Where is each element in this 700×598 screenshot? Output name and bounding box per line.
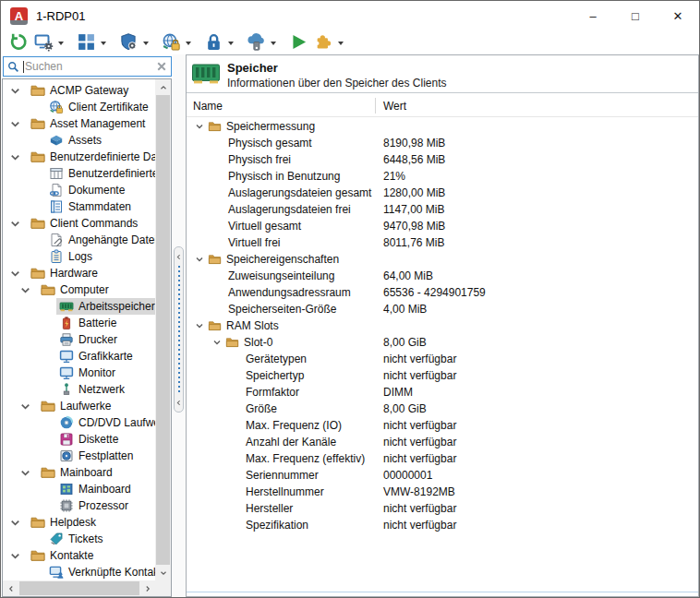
- sidebar-item-verkn-pfte-kontakte[interactable]: Verknüpfte Kontakte: [3, 564, 155, 580]
- column-divider[interactable]: [375, 98, 376, 114]
- table-row[interactable]: Virtuell gesamt9470,98 MiB: [187, 218, 697, 234]
- tree-node[interactable]: Batterie: [56, 315, 119, 331]
- sidebar-item-kontakte[interactable]: Kontakte: [3, 547, 155, 564]
- tree-node[interactable]: Hardware: [28, 265, 101, 281]
- column-header-wert[interactable]: Wert: [383, 100, 406, 113]
- dropdown-caret-icon[interactable]: [186, 42, 191, 45]
- sidebar-item-benutzerdefinierte-daten[interactable]: Benutzerdefinierte Daten: [3, 149, 155, 165]
- table-row[interactable]: Max. Frequenz (IO)nicht verfügbar: [187, 417, 697, 434]
- tree-node[interactable]: Logs: [46, 248, 95, 265]
- sidebar-item-client-commands[interactable]: Client Commands: [3, 215, 155, 232]
- sidebar-item-angeh-ngte-dateien[interactable]: Angehängte Dateien: [3, 232, 155, 248]
- tree-node[interactable]: Angehängte Dateien: [46, 232, 155, 248]
- chevron-down-icon[interactable]: [8, 84, 22, 98]
- remote-install-button[interactable]: [247, 32, 284, 52]
- tree-node[interactable]: Client Zertifikate: [46, 99, 151, 115]
- sidebar-item-monitor[interactable]: Monitor: [3, 365, 155, 381]
- chevron-down-icon[interactable]: [18, 400, 32, 413]
- tree-node[interactable]: Kontakte: [28, 547, 96, 564]
- sidebar-item-mainboard[interactable]: Mainboard: [3, 481, 155, 497]
- sidebar-item-client-zertifikate[interactable]: Client Zertifikate: [3, 99, 155, 115]
- search-input[interactable]: [24, 60, 156, 73]
- sidebar-item-netzwerk[interactable]: Netzwerk: [3, 381, 155, 398]
- dropdown-caret-icon[interactable]: [58, 42, 64, 45]
- table-row[interactable]: Physisch frei6448,56 MiB: [187, 151, 697, 168]
- table-row[interactable]: Größe8,00 GiB: [187, 401, 697, 417]
- tree-node[interactable]: Asset Management: [28, 115, 148, 132]
- sidebar-item-laufwerke[interactable]: Laufwerke: [3, 398, 155, 414]
- sidebar-item-hardware[interactable]: Hardware: [3, 265, 155, 281]
- table-row[interactable]: Speicherseiten-Größe4,00 MiB: [187, 301, 697, 317]
- sidebar-item-helpdesk[interactable]: Helpdesk: [3, 514, 155, 531]
- lock-button[interactable]: [204, 32, 241, 52]
- dropdown-caret-icon[interactable]: [271, 42, 276, 45]
- table-row[interactable]: Max. Frequenz (effektiv)nicht verfügbar: [187, 450, 697, 467]
- table-row[interactable]: Gerätetypennicht verfügbar: [187, 351, 697, 367]
- tree-node[interactable]: Festplatten: [56, 448, 136, 464]
- tree-node[interactable]: Benutzerdefinierte Daten: [28, 149, 155, 165]
- tree-node[interactable]: Assets: [46, 132, 104, 149]
- sidebar-item-mainboard[interactable]: Mainboard: [3, 464, 155, 481]
- tree-node[interactable]: Computer: [38, 281, 112, 298]
- dropdown-caret-icon[interactable]: [143, 42, 149, 45]
- tree-node[interactable]: ACMP Gateway: [28, 82, 131, 99]
- table-row[interactable]: Speichereigenschaften: [187, 251, 697, 268]
- table-row[interactable]: RAM Slots: [187, 317, 697, 334]
- sidebar-item-acmp-gateway[interactable]: ACMP Gateway: [3, 82, 155, 99]
- sidebar-item-stammdaten[interactable]: Stammdaten: [3, 198, 155, 215]
- chevron-down-icon[interactable]: [211, 337, 223, 348]
- column-header-name[interactable]: Name: [193, 100, 223, 113]
- table-row[interactable]: Physisch gesamt8190,98 MiB: [187, 135, 697, 151]
- sidebar-item-benutzerdefinierte-felder[interactable]: Benutzerdefinierte Felder: [3, 165, 155, 182]
- table-row[interactable]: Slot-08,00 GiB: [187, 334, 697, 351]
- dropdown-caret-icon[interactable]: [338, 42, 344, 45]
- collapse-left-arrow-icon[interactable]: [175, 251, 183, 262]
- table-row[interactable]: HerstellnummerVMW-8192MB: [187, 484, 697, 500]
- chevron-down-icon[interactable]: [8, 117, 22, 131]
- sidebar-item-logs[interactable]: Logs: [3, 248, 155, 265]
- scroll-right-arrow-icon[interactable]: [139, 580, 155, 596]
- sidebar-item-batterie[interactable]: Batterie: [3, 315, 155, 331]
- collapse-left-arrow-icon[interactable]: [175, 397, 183, 408]
- chevron-down-icon[interactable]: [8, 516, 22, 530]
- maximize-button[interactable]: □: [614, 1, 657, 30]
- chevron-down-icon[interactable]: [18, 466, 32, 480]
- scroll-down-arrow-icon[interactable]: [155, 565, 171, 580]
- scroll-up-arrow-icon[interactable]: [155, 79, 171, 95]
- sidebar-item-prozessor[interactable]: Prozessor: [3, 497, 155, 514]
- dropdown-caret-icon[interactable]: [228, 42, 234, 45]
- tree-node[interactable]: Benutzerdefinierte Felder: [46, 165, 155, 182]
- table-row[interactable]: Spezifikationnicht verfügbar: [187, 517, 697, 533]
- run-button[interactable]: [289, 32, 308, 52]
- sidebar-item-assets[interactable]: Assets: [3, 132, 155, 149]
- minimize-button[interactable]: –: [572, 1, 614, 30]
- tree-node[interactable]: Stammdaten: [46, 198, 134, 215]
- horizontal-scroll-thumb[interactable]: [19, 581, 139, 595]
- tree-vertical-scrollbar[interactable]: [155, 79, 171, 580]
- dropdown-caret-icon[interactable]: [101, 42, 106, 45]
- sidebar-item-computer[interactable]: Computer: [3, 281, 155, 298]
- chevron-down-icon[interactable]: [8, 549, 22, 563]
- tree-node[interactable]: Grafikkarte: [56, 348, 136, 365]
- chevron-down-icon[interactable]: [8, 217, 22, 231]
- chevron-down-icon[interactable]: [194, 121, 205, 132]
- scroll-left-arrow-icon[interactable]: [3, 580, 18, 596]
- tree-node[interactable]: Mainboard: [56, 481, 134, 497]
- table-row[interactable]: Physisch in Benutzung21%: [187, 168, 697, 185]
- sidebar-item-diskette[interactable]: Diskette: [3, 431, 155, 448]
- tree-node[interactable]: Tickets: [46, 531, 106, 547]
- table-row[interactable]: Anzahl der Kanälenicht verfügbar: [187, 434, 697, 450]
- chevron-down-icon[interactable]: [194, 320, 205, 331]
- close-button[interactable]: ✕: [657, 1, 699, 30]
- tree-node[interactable]: Helpdesk: [28, 514, 99, 531]
- sidebar-item-arbeitsspeicher[interactable]: Arbeitsspeicher: [3, 298, 155, 315]
- sidebar-item-grafikkarte[interactable]: Grafikkarte: [3, 348, 155, 365]
- table-row[interactable]: Anwendungsadressraum65536 - 4294901759: [187, 284, 697, 301]
- table-row[interactable]: Speichertypnicht verfügbar: [187, 367, 697, 384]
- tree-node[interactable]: Drucker: [56, 331, 120, 348]
- tree-node[interactable]: Netzwerk: [56, 381, 127, 398]
- tree-node[interactable]: Diskette: [56, 431, 121, 448]
- chevron-down-icon[interactable]: [18, 283, 32, 297]
- table-row[interactable]: Seriennummer00000001: [187, 467, 697, 484]
- tree-node[interactable]: Client Commands: [28, 215, 140, 232]
